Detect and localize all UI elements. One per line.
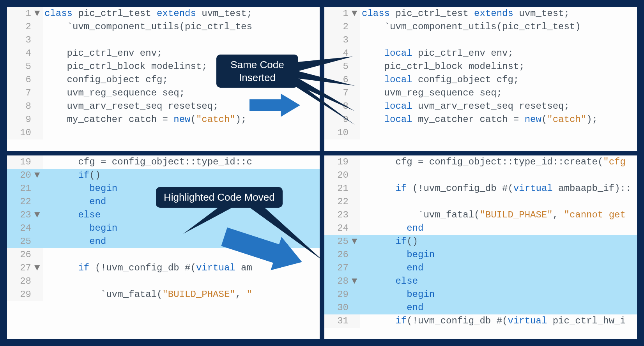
code-line[interactable]: 27 end	[324, 261, 637, 275]
code-line[interactable]: 26 begin	[324, 248, 637, 261]
code-content[interactable]: cfg = config_object::type_id::create("cf…	[360, 155, 637, 169]
code-content[interactable]: if()	[360, 235, 637, 248]
code-content[interactable]	[360, 34, 637, 47]
code-content[interactable]: local uvm_arv_reset_seq resetseq;	[360, 100, 637, 113]
fold-marker[interactable]: ▼	[34, 169, 43, 182]
code-line[interactable]: 2 `uvm_component_utils(pic_ctrl_test)	[324, 20, 637, 34]
code-line[interactable]: 28	[7, 275, 320, 288]
fold-marker	[34, 275, 43, 288]
code-content[interactable]	[360, 195, 637, 208]
code-line[interactable]: 28▼ else	[324, 275, 637, 288]
code-line[interactable]: 1▼class pic_ctrl_test extends uvm_test;	[324, 7, 637, 20]
code-content[interactable]	[43, 126, 320, 139]
code-content[interactable]: uvm_arv_reset_seq resetseq;	[43, 100, 320, 113]
fold-marker	[34, 34, 43, 47]
code-line[interactable]: 25▼ if()	[324, 235, 637, 248]
code-content[interactable]	[43, 34, 320, 47]
code-content[interactable]: end	[43, 235, 320, 248]
code-content[interactable]: end	[360, 301, 637, 314]
code-content[interactable]: uvm_reg_sequence seq;	[360, 86, 637, 100]
fold-marker	[352, 100, 360, 113]
code-line[interactable]: 23▼ else	[7, 208, 320, 222]
line-number: 10	[7, 126, 34, 139]
code-content[interactable]: my_catcher catch = new("catch");	[43, 113, 320, 126]
fold-marker	[34, 288, 43, 301]
fold-marker	[352, 288, 360, 301]
code-content[interactable]: local pic_ctrl_env env;	[360, 47, 637, 60]
fold-marker[interactable]: ▼	[34, 208, 43, 222]
code-content[interactable]: else	[360, 275, 637, 288]
code-content[interactable]: class pic_ctrl_test extends uvm_test;	[43, 7, 320, 20]
code-line[interactable]: 9 my_catcher catch = new("catch");	[7, 113, 320, 126]
code-content[interactable]: end	[360, 261, 637, 275]
code-line[interactable]: 31 if(!uvm_config_db #(virtual pic_ctrl_…	[324, 314, 637, 328]
code-content[interactable]	[43, 275, 320, 288]
code-content[interactable]: cfg = config_object::type_id::c	[43, 155, 320, 169]
line-number: 1	[7, 7, 34, 20]
code-line[interactable]: 6 local config_object cfg;	[324, 73, 637, 86]
code-content[interactable]: class pic_ctrl_test extends uvm_test;	[360, 7, 637, 20]
code-line[interactable]: 29 begin	[324, 288, 637, 301]
fold-marker[interactable]: ▼	[352, 275, 360, 288]
code-line[interactable]: 8 uvm_arv_reset_seq resetseq;	[7, 100, 320, 113]
code-content[interactable]: local config_object cfg;	[360, 73, 637, 86]
code-content[interactable]: `uvm_fatal("BUILD_PHASE", "cannot get	[360, 208, 637, 222]
code-line[interactable]: 19 cfg = config_object::type_id::create(…	[324, 155, 637, 169]
fold-marker[interactable]: ▼	[352, 7, 360, 20]
code-line[interactable]: 23 `uvm_fatal("BUILD_PHASE", "cannot get	[324, 208, 637, 222]
code-line[interactable]: 29 `uvm_fatal("BUILD_PHASE", "	[7, 288, 320, 301]
code-line[interactable]: 1▼class pic_ctrl_test extends uvm_test;	[7, 7, 320, 20]
line-number: 2	[7, 20, 34, 34]
code-line[interactable]: 2 `uvm_component_utils(pic_ctrl_tes	[7, 20, 320, 34]
code-content[interactable]: begin	[360, 248, 637, 261]
code-content[interactable]: uvm_reg_sequence seq;	[43, 86, 320, 100]
code-content[interactable]: `uvm_fatal("BUILD_PHASE", "	[43, 288, 320, 301]
code-content[interactable]	[360, 126, 637, 139]
fold-marker[interactable]: ▼	[34, 261, 43, 275]
code-content[interactable]: if()	[43, 169, 320, 182]
line-number: 26	[324, 248, 352, 261]
fold-marker[interactable]: ▼	[34, 7, 43, 20]
code-line[interactable]: 10	[324, 126, 637, 139]
code-content[interactable]: else	[43, 208, 320, 222]
fold-marker	[352, 169, 360, 182]
code-line[interactable]: 9 local my_catcher catch = new("catch");	[324, 113, 637, 126]
code-content[interactable]	[43, 248, 320, 261]
line-number: 21	[324, 182, 352, 195]
code-line[interactable]: 30 end	[324, 301, 637, 314]
code-content[interactable]: end	[360, 222, 637, 235]
code-content[interactable]: `uvm_component_utils(pic_ctrl_test)	[360, 20, 637, 34]
code-line[interactable]: 19 cfg = config_object::type_id::c	[7, 155, 320, 169]
code-line[interactable]: 7 uvm_reg_sequence seq;	[7, 86, 320, 100]
code-line[interactable]: 24 begin	[7, 222, 320, 235]
code-content[interactable]: if (!uvm_config_db #(virtual ambaapb_if)…	[360, 182, 637, 195]
fold-marker	[352, 222, 360, 235]
code-line[interactable]: 26	[7, 248, 320, 261]
line-number: 22	[324, 195, 352, 208]
code-content[interactable]	[360, 169, 637, 182]
code-line[interactable]: 3	[7, 34, 320, 47]
code-content[interactable]: begin	[360, 288, 637, 301]
code-line[interactable]: 7 uvm_reg_sequence seq;	[324, 86, 637, 100]
code-line[interactable]: 3	[324, 34, 637, 47]
fold-marker	[34, 113, 43, 126]
code-content[interactable]: begin	[43, 222, 320, 235]
code-line[interactable]: 24 end	[324, 222, 637, 235]
code-line[interactable]: 20▼ if()	[7, 169, 320, 182]
code-content[interactable]: pic_ctrl_block modelinst;	[360, 60, 637, 73]
code-content[interactable]: if (!uvm_config_db #(virtual am	[43, 261, 320, 275]
fold-marker[interactable]: ▼	[352, 235, 360, 248]
code-line[interactable]: 5 pic_ctrl_block modelinst;	[324, 60, 637, 73]
code-content[interactable]: local my_catcher catch = new("catch");	[360, 113, 637, 126]
code-line[interactable]: 8 local uvm_arv_reset_seq resetseq;	[324, 100, 637, 113]
code-line[interactable]: 27▼ if (!uvm_config_db #(virtual am	[7, 261, 320, 275]
code-line[interactable]: 21 if (!uvm_config_db #(virtual ambaapb_…	[324, 182, 637, 195]
line-number: 3	[324, 34, 352, 47]
code-line[interactable]: 10	[7, 126, 320, 139]
code-line[interactable]: 4 local pic_ctrl_env env;	[324, 47, 637, 60]
code-line[interactable]: 22	[324, 195, 637, 208]
code-line[interactable]: 25 end	[7, 235, 320, 248]
code-line[interactable]: 20	[324, 169, 637, 182]
code-content[interactable]: if(!uvm_config_db #(virtual pic_ctrl_hw_…	[360, 314, 637, 328]
code-content[interactable]: `uvm_component_utils(pic_ctrl_tes	[43, 20, 320, 34]
